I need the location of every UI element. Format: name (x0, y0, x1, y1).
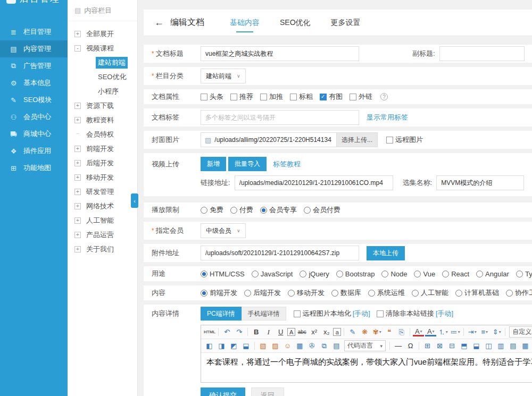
tree-item[interactable]: 建站前端 (68, 55, 137, 70)
show-common-tags-link[interactable]: 显示常用标签 (367, 113, 408, 122)
tree-item-label[interactable]: 教程资料 (84, 114, 116, 126)
usage-radio-option[interactable]: Angular (476, 270, 509, 278)
tree-item[interactable]: + 研发管理 (68, 184, 137, 199)
detail-check-option[interactable]: 远程图片本地化 [手动] (294, 309, 370, 318)
code-language-select[interactable]: 代码语言 (344, 340, 386, 351)
radio[interactable] (516, 271, 523, 277)
image-block-icon[interactable]: ⬓ (240, 340, 252, 351)
radio[interactable] (368, 290, 375, 297)
editor-toolbar-item[interactable] (254, 342, 255, 350)
tree-expander-icon[interactable]: - (74, 45, 81, 52)
content-radio-option[interactable]: 系统运维 (368, 288, 405, 298)
manual-link[interactable]: [手动] (436, 309, 453, 318)
tree-item-label[interactable]: 全部展开 (84, 28, 116, 40)
radio[interactable] (260, 207, 267, 214)
insert-video-icon[interactable]: ▦ (294, 340, 305, 351)
sidebar-item[interactable]: ⊞ 功能地图 (0, 159, 68, 176)
attr-checkbox-option[interactable]: 加推 (260, 92, 283, 102)
image-align-right-icon[interactable]: ◩ (228, 340, 239, 351)
tree-expander-icon[interactable] (86, 74, 93, 80)
play-limit-radio-option[interactable]: 会员付费 (304, 205, 340, 215)
tree-expander-icon[interactable]: + (74, 117, 81, 123)
tree-expander-icon[interactable]: ╌ (74, 131, 81, 138)
underline-icon[interactable]: U (275, 326, 286, 338)
tree-item-label[interactable]: 人工智能 (84, 215, 116, 226)
sidebar-item[interactable]: ≣ 栏目管理 (0, 23, 68, 40)
usage-radio-option[interactable]: HTML/CSS (201, 270, 245, 278)
checkbox[interactable] (377, 310, 384, 317)
attachment-input[interactable] (201, 246, 359, 260)
radio[interactable] (336, 271, 343, 277)
delete-table-icon[interactable]: ⊠ (434, 340, 445, 351)
image-align-center-icon[interactable]: ◨ (216, 340, 227, 351)
tree-expander-icon[interactable]: + (74, 189, 81, 195)
bold-icon[interactable]: B (251, 326, 262, 338)
delete-row-icon[interactable]: ▤ (508, 340, 519, 351)
panel-collapse-handle[interactable]: ‹ (131, 193, 138, 208)
tree-item[interactable]: + 关于我们 (68, 242, 137, 256)
usage-radio-option[interactable]: Bootstrap (336, 270, 375, 278)
editor-toolbar-item[interactable] (505, 328, 505, 336)
radio[interactable] (381, 271, 388, 277)
editor-toolbar-item[interactable] (218, 328, 219, 336)
radio[interactable] (442, 271, 449, 277)
font-color-icon[interactable]: A (413, 327, 424, 336)
content-radio-option[interactable]: 协作工具 (506, 288, 532, 298)
tree-item-label[interactable]: 移动开发 (84, 172, 116, 183)
usage-radio-option[interactable]: React (442, 270, 469, 278)
usage-radio-option[interactable]: Vue (414, 270, 435, 278)
editor-toolbar-item[interactable] (247, 328, 248, 336)
detail-tab[interactable]: PC端详情 (201, 307, 242, 321)
content-radio-option[interactable]: 计算机基础 (455, 288, 499, 298)
image-manager-icon[interactable]: ⧉ (319, 340, 330, 351)
clear-format-icon[interactable]: ❋ (359, 326, 370, 338)
content-radio-option[interactable]: 数据库 (331, 288, 361, 298)
attr-checkbox-option[interactable]: 推荐 (230, 92, 253, 102)
editor-toolbar-item[interactable] (419, 342, 419, 350)
page-tab[interactable]: 基础内容 (230, 10, 260, 36)
tree-item-label[interactable]: 产品运营 (84, 229, 116, 241)
content-radio-option[interactable]: 后端开发 (244, 288, 281, 298)
content-radio-option[interactable]: 人工智能 (412, 288, 448, 298)
editor-content[interactable]: 本套课程，将通过一个电子商城的实战案例，带领大家入门vue前端框架应用。特别适合… (201, 353, 532, 382)
add-video-button[interactable]: 新增 (201, 157, 226, 171)
upload-image-icon[interactable]: ▨ (270, 340, 281, 351)
radio[interactable] (300, 271, 306, 277)
radio[interactable] (331, 290, 338, 297)
undo-icon[interactable]: ↶ (221, 326, 232, 338)
attachment-icon[interactable]: ✇ (306, 340, 318, 351)
category-select[interactable]: 建站前端 ∨ (201, 69, 246, 83)
tree-item-label[interactable]: 后端开发 (84, 157, 116, 169)
table-props-icon[interactable]: ⊟ (446, 340, 458, 351)
custom-title-select[interactable]: 自定义标题 (509, 326, 532, 338)
checkbox[interactable] (386, 137, 393, 144)
detail-tab[interactable]: 手机端详情 (242, 307, 286, 321)
insert-table-icon[interactable]: ⊞ (422, 340, 433, 351)
tree-item[interactable]: ╌ 会员特权 (68, 127, 137, 141)
line-height-icon[interactable]: ⇕ (491, 326, 502, 338)
tree-item-label[interactable]: 建站前端 (96, 57, 128, 69)
radio[interactable] (414, 271, 421, 277)
insert-row-below-icon[interactable]: ⬓ (471, 340, 482, 351)
subtitle-input[interactable] (439, 46, 525, 61)
attr-checkbox-option[interactable]: 有图 (320, 92, 343, 102)
strikethrough-icon[interactable]: abc (296, 326, 307, 338)
content-radio-option[interactable]: 前端开发 (201, 288, 237, 298)
member-level-select[interactable]: 中级会员 ∨ (201, 223, 246, 238)
help-icon[interactable]: ? (380, 93, 388, 100)
cover-image-input[interactable]: ▨ /uploads/allimg/20220725/1-220H514134 (201, 132, 337, 147)
horizontal-rule-icon[interactable]: — (393, 340, 404, 351)
tree-item[interactable]: - 视频课程 (68, 41, 137, 55)
usage-radio-option[interactable]: Node (381, 270, 407, 278)
checkbox[interactable] (294, 310, 301, 317)
tree-item[interactable]: 小程序 (68, 84, 137, 98)
insert-row-above-icon[interactable]: ⬒ (459, 340, 470, 351)
confirm-submit-button[interactable]: 确认提交 (201, 387, 245, 396)
italic-icon[interactable]: I (263, 326, 274, 338)
sidebar-item[interactable]: ❖ 插件应用 (0, 142, 68, 159)
tree-item[interactable]: + 全部展开 (68, 27, 137, 41)
tree-item-label[interactable]: 前端开发 (84, 143, 116, 155)
batch-import-button[interactable]: 批量导入 (228, 157, 267, 171)
radio[interactable] (288, 290, 295, 297)
image-align-left-icon[interactable]: ◧ (204, 340, 215, 351)
